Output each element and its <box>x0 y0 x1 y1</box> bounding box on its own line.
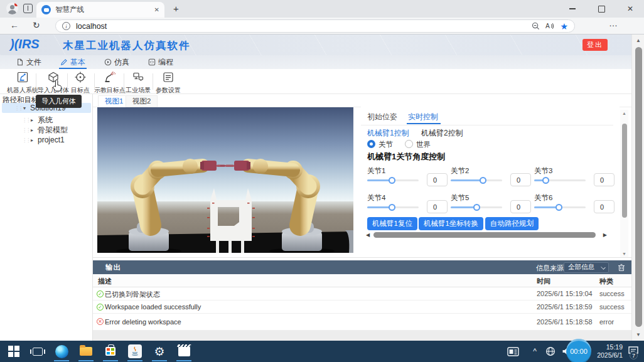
back-button[interactable]: ← <box>10 20 19 30</box>
recording-timer-overlay[interactable]: 00:00 <box>566 339 591 362</box>
toolbar-robot-system-button[interactable]: 机器人系统 <box>6 71 40 95</box>
scrollbar-thumb[interactable] <box>622 124 627 218</box>
3d-viewport[interactable] <box>97 107 353 253</box>
caret-down-icon[interactable]: ▾ <box>23 105 30 111</box>
menu-item-programming[interactable]: 编程 <box>148 55 173 69</box>
taskbar-settings-button[interactable]: ⚙ <box>148 341 171 362</box>
scroll-left-icon[interactable]: ◀ <box>366 232 370 238</box>
more-options-button[interactable]: … <box>609 18 618 28</box>
slider-handle[interactable] <box>389 204 395 211</box>
joint2-label: 关节2 <box>451 166 469 176</box>
scroll-down-icon[interactable]: ▼ <box>632 332 644 338</box>
auto-path-plan-button[interactable]: 自动路径规划 <box>485 217 539 230</box>
output-row[interactable]: ✕ Error deleting workspace 2025/6/1 15:1… <box>93 314 631 331</box>
zoom-out-icon[interactable] <box>532 22 540 30</box>
profile-icon[interactable] <box>6 3 18 14</box>
output-row[interactable]: ✓ 已切换到骨架状态 2025/6/1 15:19:04 success <box>93 287 631 301</box>
scrollbar-thumb[interactable] <box>373 232 596 238</box>
subtab-arm1-control[interactable]: 机械臂1控制 <box>367 128 409 139</box>
joint4-slider[interactable] <box>367 203 419 211</box>
logout-button[interactable]: 登出 <box>582 39 608 51</box>
tray-chevron-icon[interactable]: ^ <box>527 341 542 362</box>
joint6-slider[interactable] <box>534 203 586 211</box>
panel-scrollbar[interactable]: ▲ ▼ <box>620 110 628 257</box>
taskbar-video-button[interactable] <box>173 341 195 362</box>
minimize-button[interactable] <box>559 0 586 18</box>
tab-realtime-control[interactable]: 实时控制 <box>408 112 438 122</box>
menu-item-file[interactable]: 文件 <box>16 55 41 69</box>
joint2-input[interactable] <box>510 173 531 186</box>
joint3-input[interactable] <box>594 173 614 186</box>
output-row[interactable]: ✓ Workspace loaded successfully 2025/6/1… <box>93 301 631 314</box>
favorite-star-icon[interactable]: ★ <box>560 21 568 31</box>
caret-right-icon[interactable]: ▸ <box>31 127 38 133</box>
horizontal-scrollbar[interactable]: ◀ ▶ <box>366 231 607 238</box>
toolbar-teach-target-button[interactable]: 示教目标点 <box>93 71 127 95</box>
start-button[interactable] <box>3 341 25 362</box>
drag-handle-icon[interactable]: ⋮⋮ <box>22 137 31 143</box>
source-select[interactable]: 全部信息 <box>564 262 609 273</box>
slider-handle[interactable] <box>480 177 486 184</box>
toolbar-industrial-scene-button[interactable]: 工业场景 <box>123 71 153 95</box>
browser-tab[interactable]: 智慧产线 ✕ <box>36 2 164 18</box>
scrollbar-thumb[interactable] <box>635 47 642 327</box>
network-icon[interactable] <box>542 341 559 362</box>
read-aloud-icon[interactable]: A <box>545 22 554 30</box>
arm1-reset-button[interactable]: 机械臂1复位 <box>367 217 417 230</box>
clear-output-icon[interactable] <box>618 263 625 274</box>
slider-handle[interactable] <box>389 177 395 184</box>
tab-close-icon[interactable]: ✕ <box>154 6 159 13</box>
joint1-slider[interactable] <box>367 176 419 184</box>
url-text[interactable]: localhost <box>76 22 526 31</box>
slider-handle[interactable] <box>473 204 480 211</box>
joint5-input[interactable] <box>510 200 531 213</box>
menu-item-simulation[interactable]: 仿真 <box>104 55 129 69</box>
slider-handle[interactable] <box>555 204 562 211</box>
joint6-input[interactable] <box>594 200 614 213</box>
tab-initial-pose[interactable]: 初始位姿 <box>367 112 397 122</box>
scroll-down-icon[interactable]: ▼ <box>620 252 628 256</box>
menu-item-basic[interactable]: 基本 <box>60 55 85 69</box>
radio-world-label[interactable]: 世界 <box>416 140 431 149</box>
close-button[interactable]: ✕ <box>616 0 644 18</box>
joint4-input[interactable] <box>427 200 448 213</box>
caret-right-icon[interactable]: ▸ <box>31 117 38 123</box>
taskbar-store-button[interactable] <box>99 341 122 362</box>
restore-button[interactable] <box>588 0 615 18</box>
drag-handle-icon[interactable]: ⋮⋮ <box>14 105 23 111</box>
settings-icon <box>162 71 174 83</box>
subtab-arm2-control[interactable]: 机械臂2控制 <box>421 128 463 139</box>
refresh-button[interactable]: ↻ <box>33 20 40 30</box>
scroll-right-icon[interactable]: ▶ <box>603 232 607 238</box>
taskbar-edge-button[interactable] <box>50 341 73 362</box>
tree-item-system[interactable]: ⋮⋮ ▸ 系统 <box>2 115 91 125</box>
workspaces-icon[interactable] <box>23 4 33 13</box>
drag-handle-icon[interactable]: ⋮⋮ <box>22 117 31 123</box>
tree-item-project1[interactable]: ⋮⋮ ▸ project1 <box>2 135 91 145</box>
joint3-slider[interactable] <box>534 176 586 184</box>
radio-world[interactable] <box>405 140 413 148</box>
tree-item-skeleton-model[interactable]: ⋮⋮ ▸ 骨架模型 <box>2 125 91 135</box>
joint1-input[interactable] <box>427 173 448 186</box>
radio-joint[interactable] <box>367 140 375 148</box>
page-scrollbar[interactable]: ▲ ▼ <box>631 35 644 341</box>
scroll-up-icon[interactable]: ▲ <box>632 38 644 43</box>
caret-right-icon[interactable]: ▸ <box>31 137 38 143</box>
new-tab-button[interactable]: + <box>173 3 179 14</box>
tab-view2[interactable]: 视图2 <box>126 95 158 107</box>
arm1-coord-convert-button[interactable]: 机械臂1坐标转换 <box>419 217 483 230</box>
joint5-slider[interactable] <box>451 203 502 211</box>
taskbar-java-button[interactable] <box>124 341 146 362</box>
taskbar-explorer-button[interactable] <box>75 341 97 362</box>
task-view-button[interactable] <box>26 341 49 362</box>
joint2-slider[interactable] <box>451 176 502 184</box>
drag-handle-icon[interactable]: ⋮⋮ <box>22 127 31 133</box>
site-info-icon[interactable]: i <box>62 22 70 30</box>
toolbar-settings-button[interactable]: 参数设置 <box>151 71 185 95</box>
slider-handle[interactable] <box>542 177 549 184</box>
widgets-button[interactable] <box>502 341 523 362</box>
toolbar-target-point-button[interactable]: 目标点 <box>66 71 95 95</box>
scroll-up-icon[interactable]: ▲ <box>620 111 628 115</box>
url-bar[interactable]: i localhost A ★ <box>55 19 575 33</box>
radio-joint-label[interactable]: 关节 <box>378 140 393 149</box>
